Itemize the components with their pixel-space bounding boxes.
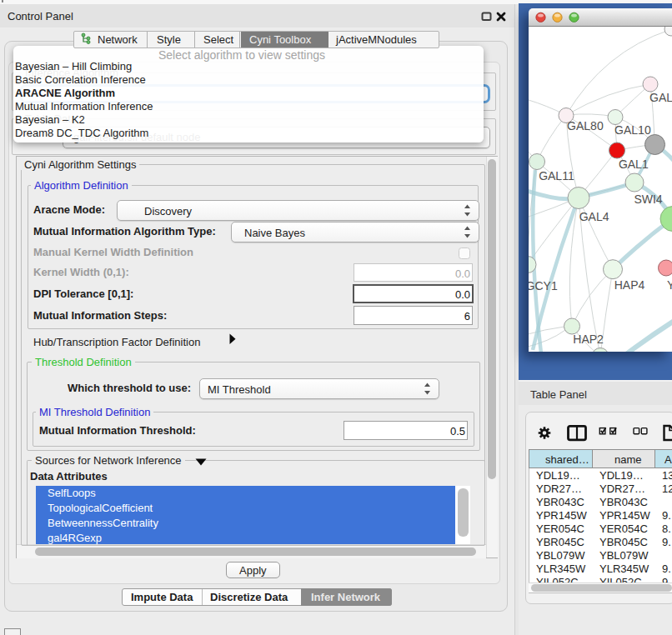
svg-text:GAL4: GAL4 [579, 210, 609, 223]
svg-text:HAP2: HAP2 [573, 332, 604, 346]
svg-text:GCY1: GCY1 [529, 279, 558, 292]
svg-text:HAP4: HAP4 [614, 278, 645, 292]
svg-text:GAL80: GAL80 [567, 119, 604, 132]
svg-text:YJ: YJ [667, 278, 672, 292]
svg-text:SWI4: SWI4 [634, 192, 662, 206]
svg-text:GAL1: GAL1 [619, 158, 649, 171]
svg-text:GAL2: GAL2 [649, 91, 672, 104]
svg-text:GAL10: GAL10 [614, 123, 651, 137]
svg-text:GAL11: GAL11 [539, 169, 574, 182]
